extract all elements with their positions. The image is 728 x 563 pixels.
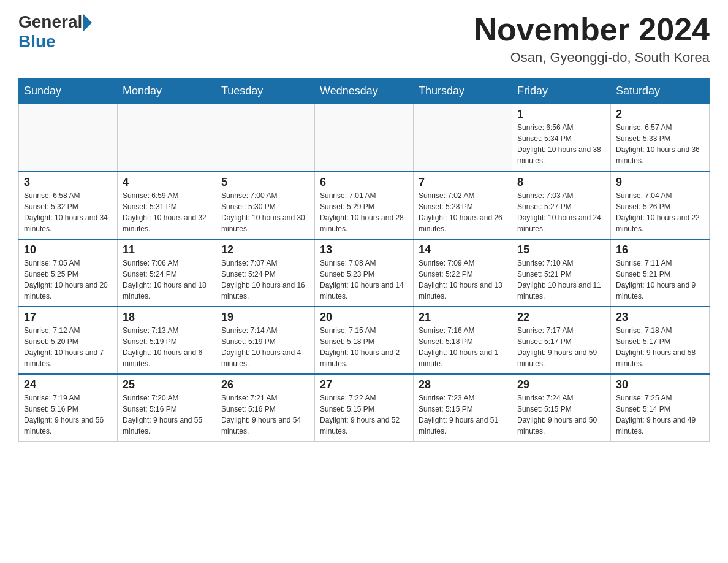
day-number: 11: [123, 243, 211, 256]
day-info: Sunrise: 7:11 AM Sunset: 5:21 PM Dayligh…: [616, 258, 704, 302]
day-number: 17: [24, 311, 112, 324]
day-number: 4: [123, 176, 211, 189]
calendar-cell: 17Sunrise: 7:12 AM Sunset: 5:20 PM Dayli…: [19, 307, 118, 374]
logo-general-text: General: [18, 12, 82, 32]
calendar-cell: 1Sunrise: 6:56 AM Sunset: 5:34 PM Daylig…: [512, 104, 611, 172]
day-number: 1: [517, 108, 605, 121]
calendar-cell: 15Sunrise: 7:10 AM Sunset: 5:21 PM Dayli…: [512, 239, 611, 307]
day-info: Sunrise: 6:59 AM Sunset: 5:31 PM Dayligh…: [123, 190, 211, 234]
day-number: 12: [221, 243, 309, 256]
calendar-cell: 25Sunrise: 7:20 AM Sunset: 5:16 PM Dayli…: [118, 374, 216, 442]
day-info: Sunrise: 7:12 AM Sunset: 5:20 PM Dayligh…: [24, 325, 112, 369]
calendar-cell: 11Sunrise: 7:06 AM Sunset: 5:24 PM Dayli…: [118, 239, 216, 307]
calendar-week-row: 1Sunrise: 6:56 AM Sunset: 5:34 PM Daylig…: [19, 104, 710, 172]
title-section: November 2024 Osan, Gyeonggi-do, South K…: [474, 12, 710, 66]
calendar-cell: [414, 104, 512, 172]
calendar-header-row: SundayMondayTuesdayWednesdayThursdayFrid…: [19, 79, 710, 104]
calendar-cell: 6Sunrise: 7:01 AM Sunset: 5:29 PM Daylig…: [315, 172, 414, 239]
day-number: 25: [123, 378, 211, 391]
day-number: 21: [419, 311, 507, 324]
calendar-cell: 14Sunrise: 7:09 AM Sunset: 5:22 PM Dayli…: [414, 239, 512, 307]
weekday-header-saturday: Saturday: [611, 79, 710, 104]
day-info: Sunrise: 7:17 AM Sunset: 5:17 PM Dayligh…: [517, 325, 605, 369]
calendar-cell: 13Sunrise: 7:08 AM Sunset: 5:23 PM Dayli…: [315, 239, 414, 307]
calendar-cell: 8Sunrise: 7:03 AM Sunset: 5:27 PM Daylig…: [512, 172, 611, 239]
day-info: Sunrise: 7:07 AM Sunset: 5:24 PM Dayligh…: [221, 258, 309, 302]
calendar-cell: 22Sunrise: 7:17 AM Sunset: 5:17 PM Dayli…: [512, 307, 611, 374]
calendar-cell: 26Sunrise: 7:21 AM Sunset: 5:16 PM Dayli…: [216, 374, 315, 442]
logo-arrow-icon: [83, 14, 92, 31]
calendar-cell: 29Sunrise: 7:24 AM Sunset: 5:15 PM Dayli…: [512, 374, 611, 442]
day-number: 22: [517, 311, 605, 324]
day-number: 10: [24, 243, 112, 256]
calendar-week-row: 3Sunrise: 6:58 AM Sunset: 5:32 PM Daylig…: [19, 172, 710, 239]
calendar-table: SundayMondayTuesdayWednesdayThursdayFrid…: [18, 78, 710, 442]
day-number: 16: [616, 243, 704, 256]
day-info: Sunrise: 7:05 AM Sunset: 5:25 PM Dayligh…: [24, 258, 112, 302]
calendar-week-row: 24Sunrise: 7:19 AM Sunset: 5:16 PM Dayli…: [19, 374, 710, 442]
calendar-cell: [19, 104, 118, 172]
day-number: 5: [221, 176, 309, 189]
day-number: 27: [320, 378, 408, 391]
day-info: Sunrise: 7:13 AM Sunset: 5:19 PM Dayligh…: [123, 325, 211, 369]
calendar-cell: 9Sunrise: 7:04 AM Sunset: 5:26 PM Daylig…: [611, 172, 710, 239]
day-info: Sunrise: 7:19 AM Sunset: 5:16 PM Dayligh…: [24, 393, 112, 437]
calendar-cell: [315, 104, 414, 172]
calendar-week-row: 17Sunrise: 7:12 AM Sunset: 5:20 PM Dayli…: [19, 307, 710, 374]
calendar-cell: 7Sunrise: 7:02 AM Sunset: 5:28 PM Daylig…: [414, 172, 512, 239]
day-info: Sunrise: 7:20 AM Sunset: 5:16 PM Dayligh…: [123, 393, 211, 437]
logo: General Blue: [18, 12, 92, 52]
day-number: 28: [419, 378, 507, 391]
day-number: 3: [24, 176, 112, 189]
calendar-cell: 16Sunrise: 7:11 AM Sunset: 5:21 PM Dayli…: [611, 239, 710, 307]
day-info: Sunrise: 7:00 AM Sunset: 5:30 PM Dayligh…: [221, 190, 309, 234]
day-number: 2: [616, 108, 704, 121]
day-info: Sunrise: 6:58 AM Sunset: 5:32 PM Dayligh…: [24, 190, 112, 234]
day-info: Sunrise: 7:24 AM Sunset: 5:15 PM Dayligh…: [517, 393, 605, 437]
day-number: 20: [320, 311, 408, 324]
weekday-header-monday: Monday: [118, 79, 216, 104]
day-number: 8: [517, 176, 605, 189]
calendar-cell: 30Sunrise: 7:25 AM Sunset: 5:14 PM Dayli…: [611, 374, 710, 442]
calendar-cell: [118, 104, 216, 172]
day-info: Sunrise: 7:09 AM Sunset: 5:22 PM Dayligh…: [419, 258, 507, 302]
calendar-cell: 2Sunrise: 6:57 AM Sunset: 5:33 PM Daylig…: [611, 104, 710, 172]
day-number: 9: [616, 176, 704, 189]
weekday-header-wednesday: Wednesday: [315, 79, 414, 104]
calendar-cell: 21Sunrise: 7:16 AM Sunset: 5:18 PM Dayli…: [414, 307, 512, 374]
calendar-week-row: 10Sunrise: 7:05 AM Sunset: 5:25 PM Dayli…: [19, 239, 710, 307]
day-info: Sunrise: 7:08 AM Sunset: 5:23 PM Dayligh…: [320, 258, 408, 302]
calendar-cell: 3Sunrise: 6:58 AM Sunset: 5:32 PM Daylig…: [19, 172, 118, 239]
day-info: Sunrise: 7:25 AM Sunset: 5:14 PM Dayligh…: [616, 393, 704, 437]
day-number: 29: [517, 378, 605, 391]
calendar-cell: 12Sunrise: 7:07 AM Sunset: 5:24 PM Dayli…: [216, 239, 315, 307]
day-info: Sunrise: 7:04 AM Sunset: 5:26 PM Dayligh…: [616, 190, 704, 234]
day-number: 13: [320, 243, 408, 256]
calendar-cell: 5Sunrise: 7:00 AM Sunset: 5:30 PM Daylig…: [216, 172, 315, 239]
day-info: Sunrise: 7:10 AM Sunset: 5:21 PM Dayligh…: [517, 258, 605, 302]
day-number: 23: [616, 311, 704, 324]
weekday-header-friday: Friday: [512, 79, 611, 104]
month-title: November 2024: [474, 12, 710, 47]
day-number: 26: [221, 378, 309, 391]
day-info: Sunrise: 7:16 AM Sunset: 5:18 PM Dayligh…: [419, 325, 507, 369]
calendar-cell: 10Sunrise: 7:05 AM Sunset: 5:25 PM Dayli…: [19, 239, 118, 307]
calendar-cell: 27Sunrise: 7:22 AM Sunset: 5:15 PM Dayli…: [315, 374, 414, 442]
day-info: Sunrise: 7:22 AM Sunset: 5:15 PM Dayligh…: [320, 393, 408, 437]
calendar-cell: 24Sunrise: 7:19 AM Sunset: 5:16 PM Dayli…: [19, 374, 118, 442]
weekday-header-tuesday: Tuesday: [216, 79, 315, 104]
day-info: Sunrise: 7:06 AM Sunset: 5:24 PM Dayligh…: [123, 258, 211, 302]
day-info: Sunrise: 6:57 AM Sunset: 5:33 PM Dayligh…: [616, 122, 704, 166]
day-number: 19: [221, 311, 309, 324]
day-info: Sunrise: 7:01 AM Sunset: 5:29 PM Dayligh…: [320, 190, 408, 234]
day-info: Sunrise: 7:02 AM Sunset: 5:28 PM Dayligh…: [419, 190, 507, 234]
day-number: 14: [419, 243, 507, 256]
day-info: Sunrise: 7:18 AM Sunset: 5:17 PM Dayligh…: [616, 325, 704, 369]
calendar-cell: 23Sunrise: 7:18 AM Sunset: 5:17 PM Dayli…: [611, 307, 710, 374]
weekday-header-sunday: Sunday: [19, 79, 118, 104]
day-info: Sunrise: 7:03 AM Sunset: 5:27 PM Dayligh…: [517, 190, 605, 234]
day-number: 6: [320, 176, 408, 189]
location: Osan, Gyeonggi-do, South Korea: [474, 50, 710, 66]
calendar-cell: 4Sunrise: 6:59 AM Sunset: 5:31 PM Daylig…: [118, 172, 216, 239]
calendar-cell: 19Sunrise: 7:14 AM Sunset: 5:19 PM Dayli…: [216, 307, 315, 374]
